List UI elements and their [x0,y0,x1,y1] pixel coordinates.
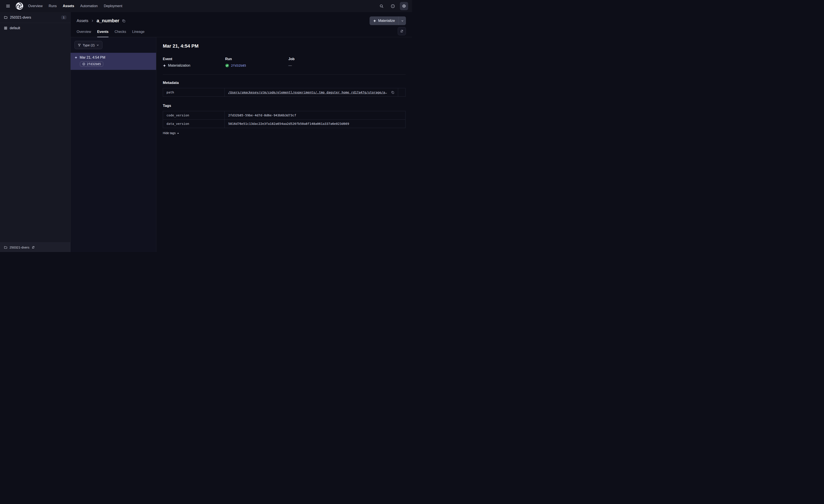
primary-nav: Overview Runs Assets Automation Deployme… [28,4,122,8]
nav-item-deployment[interactable]: Deployment [104,4,122,8]
top-nav: Overview Runs Assets Automation Deployme… [0,0,412,12]
dagster-logo-icon [15,2,24,10]
check-circle-icon [225,64,229,68]
metadata-table: path /Users/smackesey/stm/code/elementl/… [163,88,406,97]
materialize-button-group: Materialize [370,16,406,25]
job-column-label: Job [288,57,406,61]
copy-icon [391,91,395,94]
event-run-id: 2fd32b85 [87,62,101,66]
metadata-key: path [163,88,225,97]
sidebar-footer[interactable]: 250321-dvers [0,243,70,252]
refresh-button[interactable] [398,27,406,35]
run-status-icon [82,62,85,66]
event-type-value: Materialization [168,64,190,68]
tab-events[interactable]: Events [97,30,108,37]
asset-group-icon [4,26,7,30]
search-icon [380,4,384,8]
event-type-filter-label: Type (2) [83,43,95,47]
nav-item-assets[interactable]: Assets [63,4,74,8]
gear-icon [402,4,406,8]
sparkle-icon [373,19,376,22]
folder-icon [4,246,7,249]
tags-heading: Tags [163,104,406,108]
group-label: default [10,26,20,30]
copy-icon [122,19,125,23]
path-value-link[interactable]: /Users/smackesey/stm/code/elementl/exper… [228,91,388,94]
sidebar: 250321-dvers 1 default 250321-dvers [0,12,71,252]
metadata-row-action-cell [398,88,406,97]
table-row: path /Users/smackesey/stm/code/elementl/… [163,88,406,97]
dagster-logo[interactable] [15,2,24,10]
tab-overview[interactable]: Overview [77,30,91,37]
hamburger-icon [6,4,10,8]
search-button[interactable] [377,2,386,10]
caret-down-icon [401,19,404,22]
sync-icon [400,29,404,33]
breadcrumb: Assets a_number [77,18,125,24]
run-column-label: Run [225,57,288,61]
hide-tags-label: Hide tags [163,131,176,135]
asset-header: Assets a_number Materialize [71,12,412,37]
run-id-link[interactable]: 2fd32b85 [231,64,246,67]
sync-icon[interactable] [32,246,35,249]
tag-value: 5816d76e51c13dac22e3fa182a654aa2d526fb50… [225,120,406,128]
metadata-heading: Metadata [163,81,406,85]
chevron-down-icon [96,44,99,46]
asset-tabs: Overview Events Checks Lineage [77,30,406,37]
materialize-dropdown-button[interactable] [399,16,406,25]
sidebar-item-workspace[interactable]: 250321-dvers 1 [0,12,70,23]
chevron-right-icon [91,19,94,22]
event-timestamp: Mar 21, 4:54 PM [80,55,105,59]
page-title: a_number [97,18,119,24]
settings-button[interactable] [400,2,408,10]
events-list-panel: Type (2) Mar 21, 4:54 PM 2fd32b85 [71,37,156,252]
copy-asset-name-button[interactable] [122,19,125,23]
event-type-filter-button[interactable]: Type (2) [75,41,102,49]
footer-workspace-label: 250321-dvers [9,246,29,249]
event-run-badge[interactable]: 2fd32b85 [80,61,103,67]
workspace-count-badge: 1 [61,15,67,19]
nav-item-runs[interactable]: Runs [49,4,57,8]
table-row: code_version 2fd32b85-59be-4d7d-8d6e-943… [163,111,406,120]
folder-icon [4,16,8,19]
sidebar-item-default-group[interactable]: default [0,23,70,33]
nav-item-overview[interactable]: Overview [28,4,43,8]
events-view: Type (2) Mar 21, 4:54 PM 2fd32b85 [71,37,412,252]
event-list-item-selected[interactable]: Mar 21, 4:54 PM 2fd32b85 [71,53,156,70]
summary-run-column: Run 2fd32b85 [225,57,288,68]
app-body: 250321-dvers 1 default 250321-dvers Asse… [0,12,412,252]
event-column-label: Event [163,57,225,61]
event-summary: Event Materialization Run 2fd32b85 [163,57,406,68]
sparkle-icon [163,64,166,67]
help-icon: ? [391,4,395,8]
events-filter-row: Type (2) [71,37,156,53]
filter-icon [78,43,81,47]
job-value: — [288,64,292,68]
caret-up-icon [177,132,179,134]
hide-tags-button[interactable]: Hide tags [163,131,179,135]
tag-key: code_version [163,111,225,120]
tag-value: 2fd32b85-59be-4d7d-8d6e-943b6b3d73cf [225,111,406,120]
breadcrumb-assets-link[interactable]: Assets [77,19,88,23]
tag-key: data_version [163,120,225,128]
event-detail-title: Mar 21, 4:54 PM [163,43,406,49]
materialize-button-label: Materialize [378,19,395,23]
tab-lineage[interactable]: Lineage [132,30,144,37]
help-button[interactable]: ? [389,2,397,10]
sparkle-icon [75,56,78,59]
nav-item-automation[interactable]: Automation [80,4,98,8]
summary-event-column: Event Materialization [163,57,225,68]
table-row: data_version 5816d76e51c13dac22e3fa182a6… [163,120,406,128]
hamburger-menu-button[interactable] [4,2,12,10]
tab-checks[interactable]: Checks [114,30,126,37]
tags-table: code_version 2fd32b85-59be-4d7d-8d6e-943… [163,111,406,128]
materialize-button[interactable]: Materialize [370,16,398,25]
summary-job-column: Job — [288,57,406,68]
workspace-label: 250321-dvers [10,16,31,19]
main-content: Assets a_number Materialize [71,12,412,252]
svg-text:?: ? [392,5,393,7]
copy-path-button[interactable] [391,91,395,94]
event-detail-panel: Mar 21, 4:54 PM Event Materialization Ru… [156,37,412,252]
